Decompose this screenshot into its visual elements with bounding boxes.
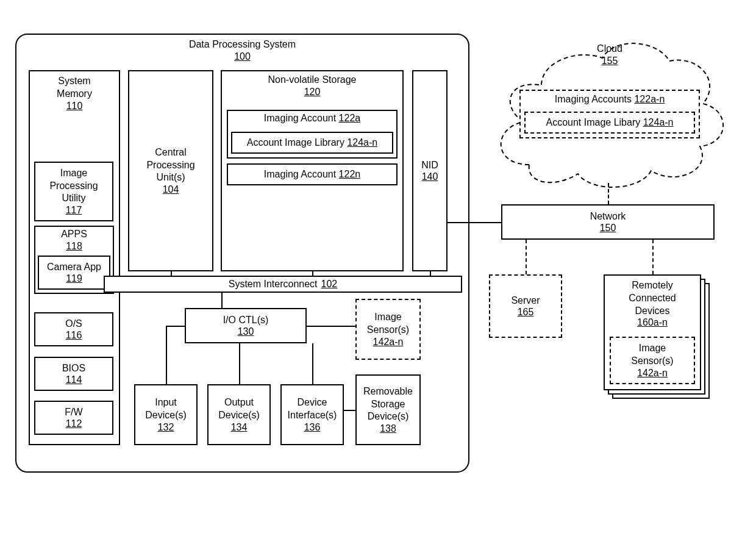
imgsens-title-1: Image bbox=[374, 311, 401, 324]
bios-title: BIOS bbox=[62, 362, 85, 375]
ioctl-box: I/O CTL(s) 130 bbox=[185, 308, 307, 343]
cloudlib-title: Account Image Libary bbox=[546, 117, 640, 127]
input-title-1: Input bbox=[155, 396, 177, 409]
ail-title: Account Image Library bbox=[247, 137, 344, 148]
line-ioctl-down-mid1 bbox=[239, 343, 240, 384]
devint-box: Device Interface(s) 136 bbox=[280, 384, 344, 445]
devint-num: 136 bbox=[304, 422, 321, 433]
ail-box: Account Image Library 124a-n bbox=[231, 132, 393, 154]
rcd-sens-box: Image Sensor(s) 142a-n bbox=[610, 337, 695, 384]
output-box: Output Device(s) 134 bbox=[207, 384, 271, 445]
rcd-title-2: Connected bbox=[629, 292, 676, 305]
cloudacct-title: Imaging Accounts bbox=[555, 94, 632, 104]
imgacctn-box: Imaging Account 122n bbox=[227, 163, 398, 185]
cloud-lib-label: Account Image Libary 124a-n bbox=[546, 116, 673, 129]
sysint-num: 102 bbox=[321, 279, 338, 290]
line-ioctl-down-mid2 bbox=[312, 343, 313, 384]
input-title-2: Device(s) bbox=[145, 409, 187, 422]
fw-title: F/W bbox=[65, 406, 82, 419]
imgsens-box: Image Sensor(s) 142a-n bbox=[355, 299, 421, 360]
line-cpu-int bbox=[171, 271, 172, 276]
remstor-title-3: Device(s) bbox=[368, 410, 409, 423]
nid-num: 140 bbox=[422, 171, 438, 182]
output-title-1: Output bbox=[224, 396, 254, 409]
imgsens-title-2: Sensor(s) bbox=[367, 324, 409, 337]
line-nvs-int bbox=[312, 271, 313, 276]
nvs-num: 120 bbox=[304, 87, 321, 98]
imgacct1-num: 122a bbox=[339, 113, 361, 123]
line-ioctl-left bbox=[166, 326, 185, 327]
imgacctn-title: Imaging Account bbox=[264, 169, 336, 179]
ipu-title-2: Processing bbox=[49, 180, 98, 193]
sysmem-title-2: Memory bbox=[57, 88, 92, 101]
rcd-num: 160a-n bbox=[637, 317, 668, 328]
cloud-title: Cloud 155 bbox=[588, 43, 631, 66]
rcd-title-1: Remotely bbox=[632, 279, 673, 292]
bios-box: BIOS 114 bbox=[34, 357, 113, 391]
remstor-title-1: Removable bbox=[363, 385, 413, 398]
sysmem-title-1: System bbox=[58, 75, 90, 88]
ipu-box: Image Processing Utility 117 bbox=[34, 162, 113, 221]
bios-num: 114 bbox=[66, 374, 82, 385]
imgacct1-title: Imaging Account bbox=[264, 113, 336, 123]
cam-title: Camera App bbox=[47, 261, 101, 274]
apps-title: APPS bbox=[61, 228, 87, 241]
cloud-acct-label: Imaging Accounts 122a-n bbox=[555, 93, 665, 106]
output-title-2: Device(s) bbox=[218, 409, 260, 422]
os-box: O/S 116 bbox=[34, 312, 113, 346]
line-nid-network bbox=[448, 222, 501, 223]
network-title: Network bbox=[590, 210, 626, 223]
rcd-title-3: Devices bbox=[635, 305, 670, 318]
ioctl-title: I/O CTL(s) bbox=[223, 314, 269, 327]
remstor-title-2: Storage bbox=[371, 398, 405, 411]
cpu-title-1: Central bbox=[155, 146, 187, 159]
cloudlib-num: 124a-n bbox=[643, 117, 674, 127]
ail-label: Account Image Library 124a-n bbox=[247, 137, 377, 149]
cloud-title-text: Cloud bbox=[588, 43, 631, 55]
fw-box: F/W 112 bbox=[34, 401, 113, 435]
ioctl-num: 130 bbox=[238, 326, 254, 337]
line-cloud-network bbox=[608, 183, 609, 204]
cloud-num: 155 bbox=[588, 55, 631, 66]
ipu-title-1: Image bbox=[60, 167, 87, 180]
ail-num: 124a-n bbox=[347, 137, 377, 148]
sysint-title: System Interconnect bbox=[229, 278, 318, 291]
line-ioctl-down-left bbox=[166, 326, 167, 384]
cloudacct-num: 122a-n bbox=[634, 94, 665, 104]
line-network-rcd bbox=[652, 240, 654, 274]
ipu-title-3: Utility bbox=[62, 192, 85, 205]
nvs-title: Non-volatile Storage bbox=[268, 74, 357, 87]
line-ioctl-imgsens bbox=[307, 326, 355, 327]
os-title: O/S bbox=[65, 318, 82, 331]
nid-box: NID 140 bbox=[412, 70, 448, 271]
ipu-num: 117 bbox=[66, 205, 82, 216]
network-box: Network 150 bbox=[501, 204, 715, 240]
server-title: Server bbox=[511, 295, 540, 307]
cpu-num: 104 bbox=[163, 184, 179, 195]
apps-num: 118 bbox=[66, 241, 82, 252]
cam-num: 119 bbox=[66, 273, 82, 284]
rcdsens-title-1: Image bbox=[639, 342, 666, 355]
sysint-box: System Interconnect 102 bbox=[104, 276, 462, 293]
devint-title-1: Device bbox=[298, 396, 327, 409]
camera-app-box: Camera App 119 bbox=[38, 256, 110, 290]
input-box: Input Device(s) 132 bbox=[134, 384, 198, 445]
remstor-box: Removable Storage Device(s) 138 bbox=[355, 374, 421, 445]
input-num: 132 bbox=[158, 422, 174, 433]
cloud-lib-box: Account Image Libary 124a-n bbox=[524, 112, 695, 134]
output-num: 134 bbox=[231, 422, 248, 433]
sysmem-num: 110 bbox=[66, 101, 83, 112]
dps-num: 100 bbox=[234, 51, 251, 62]
rcdsens-num: 142a-n bbox=[637, 368, 668, 379]
imgacctn-num: 122n bbox=[339, 169, 361, 179]
cpu-box: Central Processing Unit(s) 104 bbox=[128, 70, 213, 271]
os-num: 116 bbox=[66, 330, 82, 341]
line-nid-int bbox=[430, 271, 431, 276]
line-devint-remstor bbox=[344, 410, 355, 411]
fw-num: 112 bbox=[66, 418, 82, 429]
imgacct1-label: Imaging Account 122a bbox=[264, 112, 360, 125]
line-network-server bbox=[526, 240, 527, 274]
imgacctn-label: Imaging Account 122n bbox=[264, 168, 360, 181]
cpu-title-3: Unit(s) bbox=[156, 171, 185, 184]
rcdsens-title-2: Sensor(s) bbox=[631, 355, 673, 368]
